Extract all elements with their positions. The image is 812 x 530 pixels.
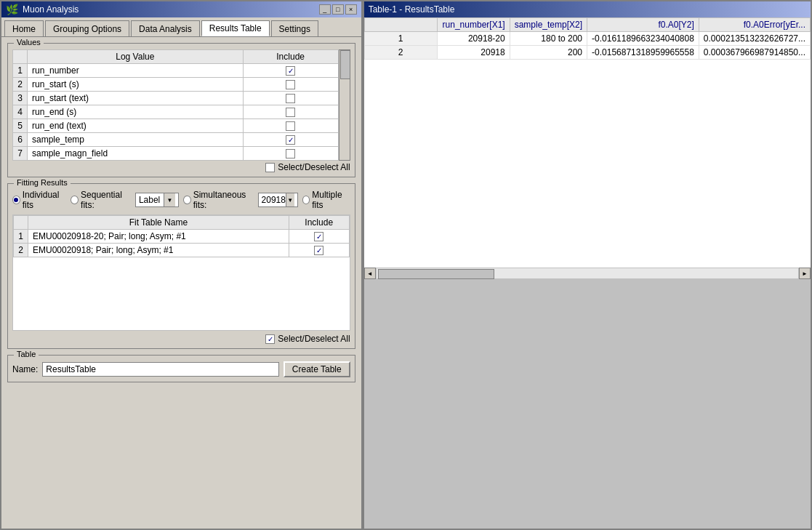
row-num: 6 (13, 133, 28, 147)
table-row: 2 run_start (s) (13, 78, 339, 92)
fit-select-deselect-label: Select/Deselect All (278, 334, 350, 344)
fit-row-name: EMU00020918; Pair; long; Asym; #1 (28, 244, 289, 257)
fit-col-name: Fit Table Name (28, 216, 289, 230)
tab-data-analysis[interactable]: Data Analysis (131, 20, 200, 36)
fit-row-num: 1 (14, 230, 28, 244)
row-include[interactable] (243, 105, 338, 119)
row-name: run_start (s) (28, 78, 244, 92)
sequential-dropdown[interactable]: Label ▼ (135, 193, 179, 207)
row-include[interactable] (243, 64, 338, 78)
row-temp: 200 (510, 46, 587, 60)
scrollbar-thumb (340, 50, 350, 79)
radio-simultaneous[interactable]: Simultaneous fits: (183, 190, 254, 210)
radio-sequential[interactable]: Sequential fits: (71, 190, 131, 210)
sequential-dropdown-value: Label (139, 195, 160, 205)
fit-select-deselect-checkbox[interactable] (265, 334, 275, 344)
table-row: 2 20918 200 -0.0156871318959965558 0.000… (364, 46, 810, 60)
radio-btn-simultaneous[interactable] (183, 196, 191, 204)
radio-btn-sequential[interactable] (71, 196, 79, 204)
radio-label-individual: Individual fits (23, 190, 67, 210)
checkbox[interactable] (286, 80, 295, 89)
row-f0a0: -0.0161189663234040808 (587, 32, 699, 46)
radio-individual[interactable]: Individual fits (12, 190, 66, 210)
close-button[interactable]: × (345, 4, 357, 15)
app-icon: 🌿 (6, 4, 18, 15)
horizontal-scrollbar[interactable]: ◄ ► (364, 268, 811, 279)
results-table: run_number[X1] sample_temp[X2] f0.A0[Y2]… (364, 17, 811, 60)
fit-row-include[interactable] (289, 244, 349, 257)
fit-row-include[interactable] (289, 230, 349, 244)
values-scrollbar[interactable] (339, 49, 350, 161)
simultaneous-dropdown-value: 20918 (262, 195, 286, 205)
tab-home[interactable]: Home (4, 20, 44, 36)
row-name: run_start (text) (28, 92, 244, 105)
row-name: sample_magn_field (28, 147, 244, 161)
row-include[interactable] (243, 78, 338, 92)
row-run: 20918 (437, 46, 510, 60)
values-group-title: Values (14, 38, 44, 47)
fitting-results-title: Fitting Results (14, 178, 71, 187)
table-row: 7 sample_magn_field (13, 147, 339, 161)
fit-col-num (14, 216, 28, 230)
minimize-button[interactable]: _ (319, 4, 331, 15)
scroll-right-button[interactable]: ► (799, 268, 811, 279)
select-deselect-checkbox[interactable] (265, 163, 275, 172)
checkbox[interactable] (286, 94, 295, 103)
simultaneous-dropdown[interactable]: 20918 ▼ (258, 193, 298, 207)
checkbox[interactable] (286, 121, 295, 131)
table-row: 4 run_end (s) (13, 105, 339, 119)
title-bar-controls: _ □ × (319, 4, 357, 15)
checkbox[interactable] (286, 135, 295, 145)
fit-select-deselect-row: Select/Deselect All (12, 334, 350, 344)
tab-grouping-options[interactable]: Grouping Options (45, 20, 129, 36)
row-num: 4 (13, 105, 28, 119)
results-window-title: Table-1 - ResultsTable (369, 4, 455, 15)
radio-btn-multiple[interactable] (302, 196, 310, 204)
tab-bar: Home Grouping Options Data Analysis Resu… (1, 17, 361, 37)
row-include[interactable] (243, 133, 338, 147)
table-row: 1 run_number (13, 64, 339, 78)
checkbox[interactable] (286, 66, 295, 76)
table-name-label: Name: (12, 364, 38, 374)
table-row: 6 sample_temp (13, 133, 339, 147)
results-col-f0a0: f0.A0[Y2] (587, 18, 699, 32)
title-bar: 🌿 Muon Analysis _ □ × (1, 1, 361, 17)
table-name-row: Name: Create Table (12, 361, 350, 377)
table-name-input[interactable] (42, 362, 278, 377)
scroll-left-button[interactable]: ◄ (364, 268, 376, 279)
simultaneous-dropdown-arrow[interactable]: ▼ (286, 193, 294, 206)
row-include[interactable] (243, 119, 338, 133)
table-section: Table Name: Create Table (7, 355, 355, 382)
radio-row: Individual fits Sequential fits: Label ▼… (12, 190, 350, 210)
row-name: run_end (s) (28, 105, 244, 119)
results-col-temp: sample_temp[X2] (510, 18, 587, 32)
fit-row-num: 2 (14, 244, 28, 257)
checkbox[interactable] (286, 149, 295, 158)
row-include[interactable] (243, 92, 338, 105)
row-num: 5 (13, 119, 28, 133)
tab-results-table[interactable]: Results Table (201, 20, 270, 36)
radio-multiple[interactable]: Multiple fits (302, 190, 350, 210)
sequential-dropdown-arrow[interactable]: ▼ (164, 193, 175, 206)
scroll-track[interactable] (376, 268, 799, 279)
app-title: Muon Analysis (23, 4, 79, 15)
values-group: Values Log Value Include 1 run_number (7, 43, 355, 177)
scroll-thumb[interactable] (378, 269, 494, 279)
row-name: run_end (text) (28, 119, 244, 133)
radio-btn-individual[interactable] (12, 196, 20, 204)
results-table-container: run_number[X1] sample_temp[X2] f0.A0[Y2]… (364, 17, 811, 268)
right-lower-area (364, 279, 811, 529)
fit-checkbox[interactable] (314, 246, 323, 255)
row-num: 1 (364, 32, 437, 46)
maximize-button[interactable]: □ (332, 4, 344, 15)
create-table-label: Create Table (292, 364, 342, 374)
results-col-run: run_number[X1] (437, 18, 510, 32)
fit-table: Fit Table Name Include 1 EMU00020918-20;… (13, 215, 350, 257)
create-table-button[interactable]: Create Table (284, 361, 350, 377)
fit-checkbox[interactable] (314, 232, 323, 241)
left-panel: 🌿 Muon Analysis _ □ × Home Grouping Opti… (0, 0, 363, 530)
row-include[interactable] (243, 147, 338, 161)
values-select-deselect-row: Select/Deselect All (12, 162, 350, 172)
checkbox[interactable] (286, 108, 295, 117)
tab-settings[interactable]: Settings (271, 20, 318, 36)
